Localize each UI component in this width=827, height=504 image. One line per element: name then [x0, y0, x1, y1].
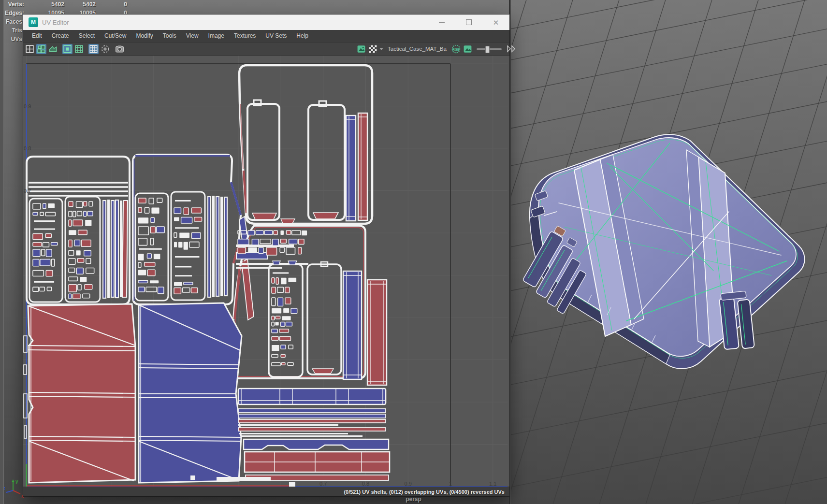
- menu-item-uv-sets[interactable]: UV Sets: [261, 30, 291, 42]
- shell-view-icon[interactable]: [48, 44, 58, 54]
- tactical-case-model[interactable]: [510, 0, 827, 504]
- svg-text:0.8: 0.8: [362, 481, 369, 487]
- uv-shell-lid-top: [239, 65, 372, 224]
- frame-selected-icon[interactable]: [62, 44, 73, 54]
- menubar: EditCreateSelectCut/SewModifyToolsViewIm…: [23, 30, 509, 43]
- toolbar: Tactical_Case_MAT_Ba RGB: [23, 43, 509, 56]
- menu-item-tools[interactable]: Tools: [158, 30, 181, 42]
- frame-all-icon[interactable]: [74, 44, 84, 54]
- menu-item-textures[interactable]: Textures: [229, 30, 261, 42]
- rgb-channels-icon[interactable]: RGB: [451, 44, 461, 54]
- uv-statistics-text: (0/521) UV shells, (0/12) overlapping UV…: [344, 489, 505, 495]
- image-display-icon[interactable]: [356, 44, 366, 54]
- svg-text:0.9: 0.9: [24, 103, 31, 109]
- hud-label: Verts:: [8, 0, 24, 9]
- camera-name-label: persp: [0, 496, 827, 503]
- image-ratio-icon[interactable]: [463, 44, 473, 54]
- uv-quad-blue-panel: [139, 303, 242, 483]
- uv-snapshot-icon[interactable]: [115, 44, 125, 54]
- maximize-button[interactable]: [455, 14, 482, 30]
- slider-knob[interactable]: [485, 46, 490, 53]
- hud-value: 5402: [62, 0, 96, 9]
- material-name-field[interactable]: Tactical_Case_MAT_Ba: [388, 46, 447, 52]
- tile-view-icon[interactable]: [36, 44, 46, 54]
- menu-item-help[interactable]: Help: [291, 30, 313, 42]
- dropdown-caret-icon[interactable]: [379, 48, 383, 50]
- menu-item-select[interactable]: Select: [74, 30, 100, 42]
- svg-text:0.9: 0.9: [405, 481, 412, 487]
- svg-text:0.7: 0.7: [24, 188, 31, 194]
- uv-grid-layout-icon[interactable]: [25, 44, 35, 54]
- uv-bar-red-tall: [367, 280, 387, 385]
- hud-label: Edges:: [5, 9, 24, 17]
- maximize-icon: [466, 19, 472, 25]
- exposure-slider[interactable]: [477, 48, 502, 50]
- svg-text:1: 1: [449, 481, 452, 487]
- checker-map-icon[interactable]: [368, 44, 378, 54]
- close-icon: ✕: [493, 19, 499, 26]
- svg-text:1.1: 1.1: [489, 481, 496, 487]
- svg-text:RGB: RGB: [452, 47, 460, 51]
- uv-bottom-white-chip: [289, 482, 295, 487]
- menu-item-modify[interactable]: Modify: [131, 30, 158, 42]
- gizmo-y-label: y: [15, 479, 18, 484]
- maya-app-icon: M: [29, 17, 38, 27]
- menu-item-edit[interactable]: Edit: [27, 30, 47, 42]
- grid-snap-icon[interactable]: [88, 44, 99, 54]
- expand-arrows-icon[interactable]: [506, 45, 516, 53]
- uv-canvas[interactable]: 0.90.80.70.70.80.911.1: [23, 56, 509, 487]
- svg-text:0.7: 0.7: [319, 481, 327, 487]
- uv-editor-window[interactable]: M UV Editor ✕ EditCreateSelectCut/SewMod…: [23, 14, 509, 496]
- titlebar[interactable]: M UV Editor ✕: [23, 14, 509, 30]
- menu-item-create[interactable]: Create: [47, 30, 74, 42]
- minimize-icon: [439, 22, 445, 23]
- hud-value: 5402: [30, 0, 64, 9]
- window-title: UV Editor: [42, 19, 69, 26]
- panel-left-edge: [0, 0, 4, 504]
- svg-text:0.8: 0.8: [24, 145, 31, 151]
- close-button[interactable]: ✕: [482, 14, 509, 30]
- hud-value: 0: [93, 0, 127, 9]
- dim-image-icon[interactable]: [100, 44, 110, 54]
- hud-label: Tris:: [12, 26, 24, 35]
- uv-quad-red-panel: [28, 304, 135, 483]
- hud-label: Faces:: [6, 17, 24, 26]
- menu-item-view[interactable]: View: [181, 30, 203, 42]
- hud-label: UVs:: [11, 35, 24, 43]
- menu-item-cut-sew[interactable]: Cut/Sew: [100, 30, 131, 42]
- minimize-button[interactable]: [428, 14, 455, 30]
- statusbar: (0/521) UV shells, (0/12) overlapping UV…: [23, 487, 509, 496]
- menu-item-image[interactable]: Image: [203, 30, 229, 42]
